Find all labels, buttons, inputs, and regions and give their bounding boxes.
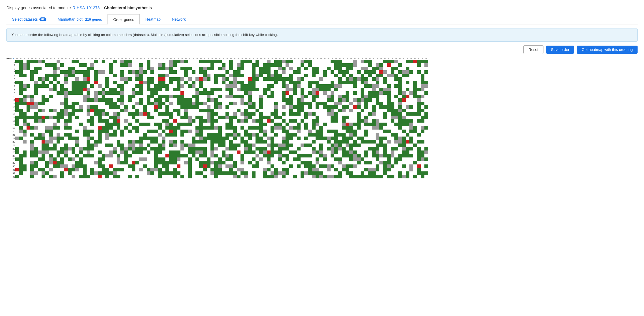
col-header-49[interactable]: [199, 57, 203, 60]
tab-order-genes[interactable]: Order genes: [108, 14, 140, 24]
tab-network[interactable]: Network: [166, 14, 191, 24]
col-header-43[interactable]: [177, 57, 180, 60]
col-header-86[interactable]: [338, 57, 342, 60]
col-header-76[interactable]: [301, 57, 304, 60]
col-header-19[interactable]: [87, 57, 90, 60]
col-header-33[interactable]: [139, 57, 143, 60]
col-header-93[interactable]: [364, 57, 368, 60]
col-header-1[interactable]: [19, 57, 23, 60]
col-header-91[interactable]: [357, 57, 361, 60]
col-header-41[interactable]: [169, 57, 173, 60]
col-header-26[interactable]: [113, 57, 117, 60]
col-header-72[interactable]: [286, 57, 289, 60]
col-header-6[interactable]: [38, 57, 42, 60]
col-header-55[interactable]: [222, 57, 225, 60]
col-header-7[interactable]: [42, 57, 45, 60]
col-header-80[interactable]: [316, 57, 319, 60]
col-header-46[interactable]: [188, 57, 192, 60]
col-header-61[interactable]: [244, 57, 248, 60]
col-header-74[interactable]: [293, 57, 297, 60]
col-header-5[interactable]: [34, 57, 38, 60]
col-header-22[interactable]: [98, 57, 102, 60]
col-header-88[interactable]: [346, 57, 349, 60]
col-header-27[interactable]: [117, 57, 120, 60]
col-header-29[interactable]: [124, 57, 128, 60]
col-header-81[interactable]: [319, 57, 323, 60]
module-link[interactable]: R-HSA-191273: [72, 5, 100, 10]
col-header-101[interactable]: [394, 57, 398, 60]
col-header-30[interactable]: [128, 57, 132, 60]
reset-button[interactable]: Reset: [523, 45, 543, 54]
col-header-100[interactable]: [391, 57, 394, 60]
col-header-65[interactable]: [259, 57, 263, 60]
col-header-38[interactable]: [158, 57, 162, 60]
col-header-11[interactable]: [57, 57, 60, 60]
col-header-108[interactable]: [421, 57, 424, 60]
col-header-16[interactable]: [75, 57, 79, 60]
col-header-67[interactable]: [267, 57, 271, 60]
col-header-14[interactable]: [68, 57, 72, 60]
col-header-52[interactable]: [210, 57, 214, 60]
col-header-98[interactable]: [383, 57, 387, 60]
col-header-0[interactable]: [15, 57, 19, 60]
col-header-79[interactable]: [312, 57, 316, 60]
col-header-87[interactable]: [342, 57, 346, 60]
col-header-89[interactable]: [349, 57, 353, 60]
col-header-37[interactable]: [154, 57, 158, 60]
col-header-34[interactable]: [143, 57, 147, 60]
col-header-83[interactable]: [327, 57, 331, 60]
col-header-44[interactable]: [180, 57, 184, 60]
col-header-54[interactable]: [218, 57, 222, 60]
col-header-102[interactable]: [398, 57, 402, 60]
get-heatmap-button[interactable]: Get heatmap with this ordering: [577, 46, 638, 54]
col-header-57[interactable]: [229, 57, 233, 60]
col-header-66[interactable]: [263, 57, 267, 60]
col-header-23[interactable]: [102, 57, 105, 60]
col-header-104[interactable]: [406, 57, 409, 60]
col-header-18[interactable]: [83, 57, 87, 60]
col-header-63[interactable]: [252, 57, 256, 60]
col-header-62[interactable]: [248, 57, 252, 60]
col-header-94[interactable]: [368, 57, 372, 60]
col-header-8[interactable]: [45, 57, 49, 60]
col-header-47[interactable]: [192, 57, 195, 60]
col-header-32[interactable]: [135, 57, 139, 60]
col-header-73[interactable]: [289, 57, 293, 60]
col-header-13[interactable]: [64, 57, 68, 60]
col-header-58[interactable]: [233, 57, 237, 60]
col-header-24[interactable]: [105, 57, 109, 60]
col-header-77[interactable]: [304, 57, 308, 60]
tab-manhattan-plot[interactable]: Manhattan plot 210 genes: [52, 14, 108, 24]
tab-select-datasets[interactable]: Select datasets 87: [6, 14, 52, 24]
col-header-10[interactable]: [53, 57, 57, 60]
col-header-48[interactable]: [195, 57, 199, 60]
col-header-96[interactable]: [376, 57, 379, 60]
col-header-71[interactable]: [282, 57, 286, 60]
col-header-25[interactable]: [109, 57, 113, 60]
col-header-60[interactable]: [240, 57, 244, 60]
col-header-84[interactable]: [331, 57, 334, 60]
col-header-39[interactable]: [162, 57, 165, 60]
col-header-64[interactable]: [256, 57, 259, 60]
col-header-92[interactable]: [361, 57, 364, 60]
col-header-75[interactable]: [297, 57, 301, 60]
col-header-12[interactable]: [60, 57, 64, 60]
col-header-36[interactable]: [150, 57, 154, 60]
col-header-53[interactable]: [214, 57, 218, 60]
col-header-78[interactable]: [308, 57, 312, 60]
col-header-82[interactable]: [323, 57, 327, 60]
col-header-3[interactable]: [27, 57, 30, 60]
col-header-20[interactable]: [90, 57, 94, 60]
col-header-42[interactable]: [173, 57, 177, 60]
col-header-68[interactable]: [271, 57, 274, 60]
col-header-31[interactable]: [132, 57, 135, 60]
col-header-45[interactable]: [184, 57, 188, 60]
col-header-90[interactable]: [353, 57, 357, 60]
col-header-70[interactable]: [278, 57, 282, 60]
col-header-97[interactable]: [379, 57, 383, 60]
col-header-35[interactable]: [147, 57, 150, 60]
col-header-85[interactable]: [334, 57, 338, 60]
col-header-2[interactable]: [23, 57, 27, 60]
col-header-40[interactable]: [165, 57, 169, 60]
save-order-button[interactable]: Save order: [546, 46, 574, 54]
